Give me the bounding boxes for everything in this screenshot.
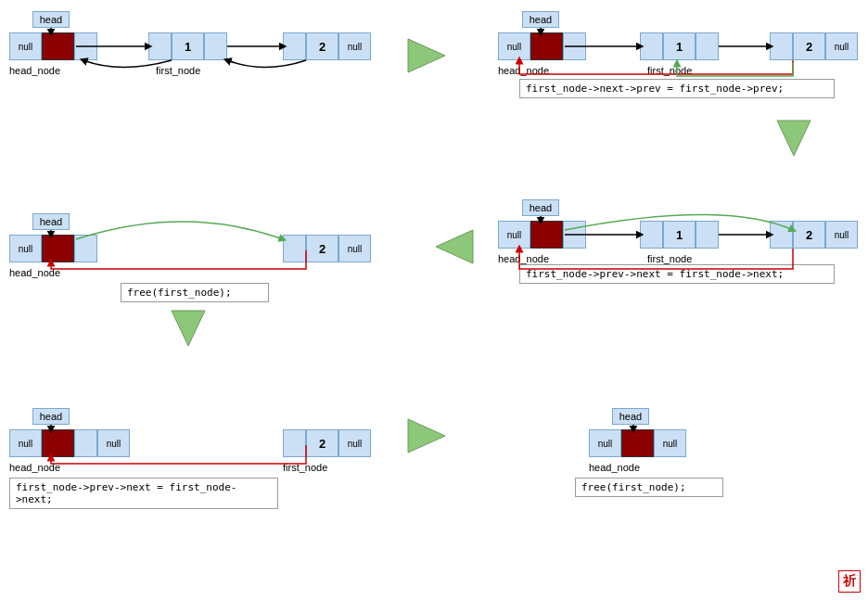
panel2-n2-center: 2 [793, 32, 825, 60]
panel5-dark-cell [42, 429, 74, 457]
panel3-n2-left [283, 235, 306, 262]
panel5-head-label: head [32, 408, 70, 425]
panel4-n2-right: null [825, 221, 858, 249]
panel6-code-box: free(first_node); [575, 478, 723, 497]
panel2-headnode-label: head_node [498, 65, 549, 76]
panel4-right-cell [563, 221, 586, 249]
panel1-head-label: head [32, 11, 70, 28]
panel4-head-label: head [522, 199, 559, 216]
panel2-right-cell [563, 32, 586, 60]
panel1-n2-right: null [338, 32, 371, 60]
panel2-n1-left [640, 32, 663, 60]
panel4-null-cell: null [498, 221, 530, 249]
watermark: 祈 [838, 570, 861, 593]
panel4-headnode-label: head_node [498, 253, 549, 264]
panel4-firstnode-label: first_node [647, 253, 692, 264]
panel3-head-label: head [32, 213, 70, 230]
panel1-dark-cell [42, 32, 74, 60]
panel2-dark-cell [530, 32, 563, 60]
panel1-right-cell [74, 32, 97, 60]
panel1-n1-center: 1 [172, 32, 204, 60]
panel2-n2-right: null [825, 32, 858, 60]
panel1-n1-left [148, 32, 172, 60]
panel1-null-cell: null [9, 32, 42, 60]
panel5-firstnode-label: first_node [283, 462, 327, 473]
panel6-right-cell: null [654, 429, 686, 457]
panel3-null-cell: null [9, 235, 42, 262]
panel3-headnode-label: head_node [9, 267, 60, 278]
svg-marker-13 [777, 121, 811, 156]
panel6-dark-cell [621, 429, 654, 457]
panel3-dark-cell [42, 235, 74, 262]
panel4-n1-center: 1 [663, 221, 696, 249]
panel1-n2-left [283, 32, 306, 60]
panel5-n2-left [283, 429, 306, 457]
svg-marker-15 [172, 311, 205, 346]
panel2-n1-right [696, 32, 719, 60]
panel2-head-label: head [522, 11, 559, 28]
panel6-null-cell: null [589, 429, 621, 457]
panel5-code-box: first_node->prev->next = first_node->nex… [9, 478, 278, 509]
panel1-headnode-label: head_node [9, 65, 60, 76]
panel1-firstnode-label: first_node [156, 65, 200, 76]
panel4-n1-left [640, 221, 663, 249]
panel1-n2-center: 2 [306, 32, 338, 60]
panel3-code-box: free(first_node); [121, 283, 269, 302]
panel6-head-label: head [612, 408, 649, 425]
panel2-code-box: first_node->next->prev = first_node->pre… [519, 79, 835, 98]
svg-marker-16 [408, 419, 445, 453]
panel3-n2-center: 2 [306, 235, 338, 262]
panel3-n2-right: null [338, 235, 371, 262]
panel5-extra-cell: null [97, 429, 130, 457]
panel4-n1-right [696, 221, 719, 249]
panel2-firstnode-label: first_node [647, 65, 692, 76]
panel2-null-cell: null [498, 32, 530, 60]
svg-marker-12 [408, 39, 445, 72]
panel4-dark-cell [530, 221, 563, 249]
svg-marker-14 [436, 230, 473, 263]
panel1-n1-right [204, 32, 227, 60]
panel6-headnode-label: head_node [589, 462, 640, 473]
panel5-n2-center: 2 [306, 429, 338, 457]
panel3-right-cell [74, 235, 97, 262]
panel5-n2-right: null [338, 429, 371, 457]
diagram-container: head null head_node 1 first_node 2 null … [0, 0, 868, 600]
panel2-n2-left [770, 32, 793, 60]
panel5-null-cell: null [9, 429, 42, 457]
panel4-n2-left [770, 221, 793, 249]
panel5-right-cell [74, 429, 97, 457]
panel5-headnode-label: head_node [9, 462, 60, 473]
panel4-code-box: first_node->prev->next = first_node->nex… [519, 264, 835, 284]
panel2-n1-center: 1 [663, 32, 696, 60]
panel4-n2-center: 2 [793, 221, 825, 249]
